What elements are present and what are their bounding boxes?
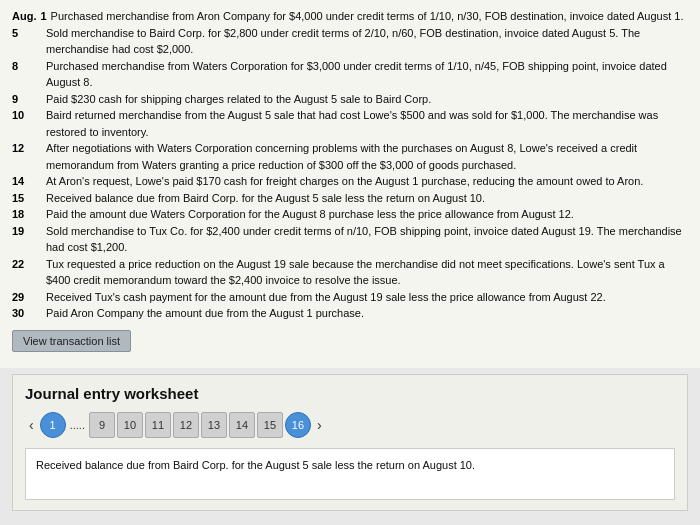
entry-date: 15 bbox=[12, 190, 42, 207]
tab-dots: ..... bbox=[68, 419, 87, 431]
entry-date: 12 bbox=[12, 140, 42, 173]
list-item: 9Paid $230 cash for shipping charges rel… bbox=[12, 91, 688, 108]
entry-date: 8 bbox=[12, 58, 42, 91]
entry-text: Paid the amount due Waters Corporation f… bbox=[46, 206, 688, 223]
entry-date: 29 bbox=[12, 289, 42, 306]
entry-text: Tux requested a price reduction on the A… bbox=[46, 256, 688, 289]
list-item: 5Sold merchandise to Baird Corp. for $2,… bbox=[12, 25, 688, 58]
entry-text: Received Tux's cash payment for the amou… bbox=[46, 289, 688, 306]
list-item: 8Purchased merchandise from Waters Corpo… bbox=[12, 58, 688, 91]
entry-text: Paid Aron Company the amount due from th… bbox=[46, 305, 688, 322]
entry-text: Sold merchandise to Baird Corp. for $2,8… bbox=[46, 25, 688, 58]
list-item: 18Paid the amount due Waters Corporation… bbox=[12, 206, 688, 223]
tab-button-14[interactable]: 14 bbox=[229, 412, 255, 438]
entry-date: 19 bbox=[12, 223, 42, 256]
list-item: 14At Aron's request, Lowe's paid $170 ca… bbox=[12, 173, 688, 190]
tab-button-15[interactable]: 15 bbox=[257, 412, 283, 438]
tab-prev-button[interactable]: ‹ bbox=[25, 415, 38, 435]
entry-date: 30 bbox=[12, 305, 42, 322]
journal-description: Received balance due from Baird Corp. fo… bbox=[25, 448, 675, 500]
tab-button-13[interactable]: 13 bbox=[201, 412, 227, 438]
entry-text: Paid $230 cash for shipping charges rela… bbox=[46, 91, 688, 108]
entry-date: 10 bbox=[12, 107, 42, 140]
entry-date: 22 bbox=[12, 256, 42, 289]
entry-date: 14 bbox=[12, 173, 42, 190]
tab-next-button[interactable]: › bbox=[313, 415, 326, 435]
tab-button-11[interactable]: 11 bbox=[145, 412, 171, 438]
next-button[interactable]: Next ❯ bbox=[391, 521, 449, 526]
list-item: Aug.1Purchased merchandise from Aron Com… bbox=[12, 8, 688, 25]
list-item: 29Received Tux's cash payment for the am… bbox=[12, 289, 688, 306]
list-item: 30Paid Aron Company the amount due from … bbox=[12, 305, 688, 322]
entry-text: Purchased merchandise from Waters Corpor… bbox=[46, 58, 688, 91]
tab-button-1[interactable]: 1 bbox=[40, 412, 66, 438]
entry-text: Received balance due from Baird Corp. fo… bbox=[46, 190, 688, 207]
entry-date: 5 bbox=[12, 25, 42, 58]
view-transaction-list-button[interactable]: View transaction list bbox=[12, 330, 131, 352]
list-item: 19Sold merchandise to Tux Co. for $2,400… bbox=[12, 223, 688, 256]
list-item: 12After negotiations with Waters Corpora… bbox=[12, 140, 688, 173]
list-item: 10Baird returned merchandise from the Au… bbox=[12, 107, 688, 140]
tab-button-9[interactable]: 9 bbox=[89, 412, 115, 438]
list-item: 15Received balance due from Baird Corp. … bbox=[12, 190, 688, 207]
entry-text: Purchased merchandise from Aron Company … bbox=[51, 8, 688, 25]
journal-title: Journal entry worksheet bbox=[25, 385, 675, 402]
tab-button-16[interactable]: 16 bbox=[285, 412, 311, 438]
entry-date: 18 bbox=[12, 206, 42, 223]
entry-text: After negotiations with Waters Corporati… bbox=[46, 140, 688, 173]
prev-button[interactable]: ❮ Prev bbox=[251, 521, 309, 526]
entry-text: Sold merchandise to Tux Co. for $2,400 u… bbox=[46, 223, 688, 256]
tab-button-10[interactable]: 10 bbox=[117, 412, 143, 438]
entry-text: At Aron's request, Lowe's paid $170 cash… bbox=[46, 173, 688, 190]
entry-text: Baird returned merchandise from the Augu… bbox=[46, 107, 688, 140]
entry-date: Aug.1 bbox=[12, 8, 47, 25]
tab-button-12[interactable]: 12 bbox=[173, 412, 199, 438]
entry-date: 9 bbox=[12, 91, 42, 108]
list-item: 22Tux requested a price reduction on the… bbox=[12, 256, 688, 289]
